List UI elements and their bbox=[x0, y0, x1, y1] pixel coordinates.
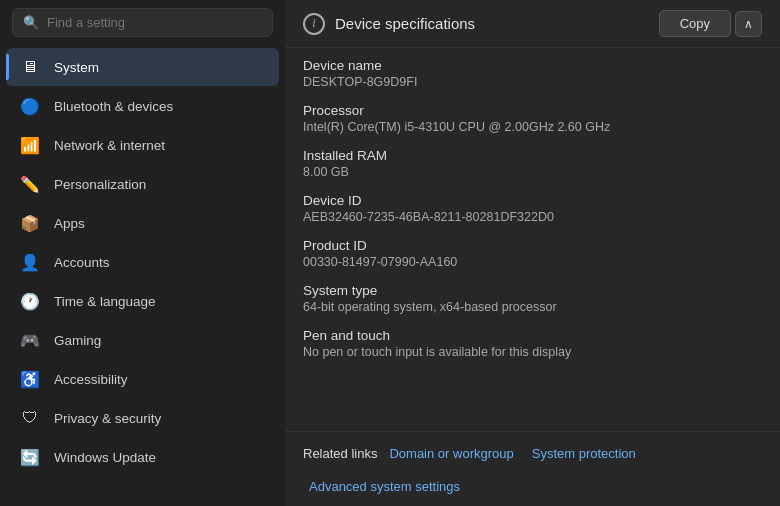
sidebar-item-network[interactable]: 📶Network & internet bbox=[6, 126, 279, 164]
sidebar-item-accessibility[interactable]: ♿Accessibility bbox=[6, 360, 279, 398]
spec-row: Device IDAEB32460-7235-46BA-8211-80281DF… bbox=[303, 193, 762, 224]
spec-label: Product ID bbox=[303, 238, 762, 253]
sidebar-item-label-apps: Apps bbox=[54, 216, 85, 231]
sidebar-item-label-bluetooth: Bluetooth & devices bbox=[54, 99, 173, 114]
spec-value: 8.00 GB bbox=[303, 165, 762, 179]
nav-list: 🖥System🔵Bluetooth & devices📶Network & in… bbox=[0, 47, 285, 506]
related-links-row: Related links Domain or workgroupSystem … bbox=[303, 444, 762, 463]
copy-button[interactable]: Copy bbox=[659, 10, 731, 37]
related-links-label: Related links bbox=[303, 446, 377, 461]
main-content: i Device specifications Copy ∧ Device na… bbox=[285, 0, 780, 506]
privacy-icon: 🛡 bbox=[20, 408, 40, 428]
time-icon: 🕐 bbox=[20, 291, 40, 311]
spec-row: Pen and touchNo pen or touch input is av… bbox=[303, 328, 762, 359]
sidebar-item-personalization[interactable]: ✏️Personalization bbox=[6, 165, 279, 203]
section-header: i Device specifications Copy ∧ bbox=[285, 0, 780, 48]
sidebar-item-bluetooth[interactable]: 🔵Bluetooth & devices bbox=[6, 87, 279, 125]
sidebar-item-label-personalization: Personalization bbox=[54, 177, 146, 192]
sidebar-item-label-system: System bbox=[54, 60, 99, 75]
sidebar-item-update[interactable]: 🔄Windows Update bbox=[6, 438, 279, 476]
related-link[interactable]: Domain or workgroup bbox=[383, 444, 519, 463]
spec-value: Intel(R) Core(TM) i5-4310U CPU @ 2.00GHz… bbox=[303, 120, 762, 134]
collapse-button[interactable]: ∧ bbox=[735, 11, 762, 37]
related-links-section: Related links Domain or workgroupSystem … bbox=[285, 431, 780, 506]
spec-value: DESKTOP-8G9D9FI bbox=[303, 75, 762, 89]
search-input[interactable] bbox=[47, 15, 262, 30]
sidebar-item-time[interactable]: 🕐Time & language bbox=[6, 282, 279, 320]
sidebar-item-label-update: Windows Update bbox=[54, 450, 156, 465]
spec-label: Device name bbox=[303, 58, 762, 73]
spec-label: Device ID bbox=[303, 193, 762, 208]
section-title-group: i Device specifications bbox=[303, 13, 475, 35]
spec-row: Device nameDESKTOP-8G9D9FI bbox=[303, 58, 762, 89]
sidebar-item-label-accounts: Accounts bbox=[54, 255, 110, 270]
gaming-icon: 🎮 bbox=[20, 330, 40, 350]
spec-label: Installed RAM bbox=[303, 148, 762, 163]
spec-value: 00330-81497-07990-AA160 bbox=[303, 255, 762, 269]
spec-value: 64-bit operating system, x64-based proce… bbox=[303, 300, 762, 314]
spec-label: System type bbox=[303, 283, 762, 298]
copy-label: Copy bbox=[680, 16, 710, 31]
apps-icon: 📦 bbox=[20, 213, 40, 233]
personalization-icon: ✏️ bbox=[20, 174, 40, 194]
update-icon: 🔄 bbox=[20, 447, 40, 467]
spec-label: Processor bbox=[303, 103, 762, 118]
spec-row: Product ID00330-81497-07990-AA160 bbox=[303, 238, 762, 269]
related-link[interactable]: System protection bbox=[526, 444, 642, 463]
sidebar-item-label-accessibility: Accessibility bbox=[54, 372, 128, 387]
sidebar-item-label-network: Network & internet bbox=[54, 138, 165, 153]
sidebar-item-gaming[interactable]: 🎮Gaming bbox=[6, 321, 279, 359]
spec-value: No pen or touch input is available for t… bbox=[303, 345, 762, 359]
spec-value: AEB32460-7235-46BA-8211-80281DF322D0 bbox=[303, 210, 762, 224]
info-icon: i bbox=[303, 13, 325, 35]
sidebar-item-label-gaming: Gaming bbox=[54, 333, 101, 348]
search-icon: 🔍 bbox=[23, 15, 39, 30]
sidebar-item-label-privacy: Privacy & security bbox=[54, 411, 161, 426]
sidebar-item-accounts[interactable]: 👤Accounts bbox=[6, 243, 279, 281]
section-title: Device specifications bbox=[335, 15, 475, 32]
network-icon: 📶 bbox=[20, 135, 40, 155]
sidebar-item-apps[interactable]: 📦Apps bbox=[6, 204, 279, 242]
sidebar-item-system[interactable]: 🖥System bbox=[6, 48, 279, 86]
system-icon: 🖥 bbox=[20, 57, 40, 77]
sidebar-item-privacy[interactable]: 🛡Privacy & security bbox=[6, 399, 279, 437]
accounts-icon: 👤 bbox=[20, 252, 40, 272]
spec-row: System type64-bit operating system, x64-… bbox=[303, 283, 762, 314]
spec-label: Pen and touch bbox=[303, 328, 762, 343]
specs-container: Device nameDESKTOP-8G9D9FIProcessorIntel… bbox=[285, 48, 780, 431]
spec-row: ProcessorIntel(R) Core(TM) i5-4310U CPU … bbox=[303, 103, 762, 134]
bluetooth-icon: 🔵 bbox=[20, 96, 40, 116]
spec-row: Installed RAM8.00 GB bbox=[303, 148, 762, 179]
advanced-link-row: Advanced system settings bbox=[303, 477, 762, 496]
advanced-system-settings-link[interactable]: Advanced system settings bbox=[303, 477, 466, 496]
sidebar-item-label-time: Time & language bbox=[54, 294, 156, 309]
search-bar[interactable]: 🔍 bbox=[12, 8, 273, 37]
sidebar: 🔍 🖥System🔵Bluetooth & devices📶Network & … bbox=[0, 0, 285, 506]
accessibility-icon: ♿ bbox=[20, 369, 40, 389]
